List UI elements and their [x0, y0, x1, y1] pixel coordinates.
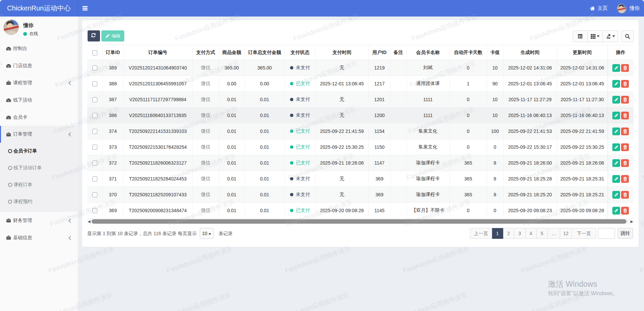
jump-page-input[interactable]: [598, 228, 615, 239]
cell-auto-days: 1: [450, 76, 487, 92]
briefcase-icon: [6, 80, 11, 85]
row-edit-button[interactable]: [612, 207, 620, 215]
column-header-7[interactable]: 用户ID: [368, 45, 390, 60]
cell-pay-status: 已支付: [285, 76, 315, 92]
row-delete-button[interactable]: [621, 175, 629, 183]
row-checkbox[interactable]: [92, 81, 97, 86]
row-delete-button[interactable]: [621, 80, 629, 88]
row-select-cell: [87, 203, 102, 219]
cell-amount: 0.00: [219, 76, 245, 92]
sidebar-subitem-0[interactable]: 会员卡订单: [0, 143, 78, 160]
row-checkbox[interactable]: [92, 192, 97, 197]
column-header-2[interactable]: 支付方式: [192, 45, 219, 60]
column-header-8[interactable]: 备注: [390, 45, 406, 60]
sidebar-item-3[interactable]: 线下活动: [0, 91, 78, 109]
sidebar-item-0[interactable]: 控制台: [0, 40, 78, 57]
horizontal-scrollbar[interactable]: ◀ ▶: [87, 219, 634, 224]
column-header-13[interactable]: 更新时间: [557, 45, 608, 60]
sidebar-item-7[interactable]: 基础信息: [0, 229, 78, 246]
page-button-4[interactable]: 4: [525, 228, 537, 239]
cell-card-value: 8: [487, 187, 503, 203]
row-checkbox[interactable]: [92, 161, 97, 166]
column-header-9[interactable]: 会员卡名称: [406, 45, 450, 60]
sidebar-item-6[interactable]: 财务管理: [0, 212, 78, 229]
cell-order-id: 371: [102, 171, 123, 187]
page-button-3[interactable]: 3: [514, 228, 525, 239]
row-delete-button[interactable]: [621, 143, 629, 151]
sidebar-item-1[interactable]: 门店信息: [0, 57, 78, 74]
cell-update-time: 2025-11-16 06:40:13: [557, 108, 608, 123]
column-header-3[interactable]: 商品金额: [219, 45, 245, 60]
row-edit-button[interactable]: [612, 159, 620, 167]
row-checkbox[interactable]: [92, 113, 97, 118]
page-button-下一页[interactable]: 下一页: [572, 228, 596, 239]
export-button[interactable]: [603, 30, 618, 42]
sidebar-item-2[interactable]: 课程管理: [0, 74, 78, 91]
row-checkbox[interactable]: [92, 176, 97, 181]
refresh-button[interactable]: [88, 30, 100, 41]
page-button-上一页[interactable]: 上一页: [470, 228, 492, 239]
column-header-10[interactable]: 自动开卡天数: [450, 45, 487, 60]
sidebar-item-label: 线下活动: [13, 97, 32, 103]
cell-amount: 0.01: [219, 203, 245, 219]
row-delete-button[interactable]: [621, 207, 629, 215]
row-edit-button[interactable]: [612, 128, 620, 135]
page-button-1[interactable]: 1: [492, 228, 503, 239]
page-button-2[interactable]: 2: [503, 228, 514, 239]
page-button-...[interactable]: ...: [548, 228, 560, 239]
dashboard-icon: [6, 46, 11, 51]
row-edit-button[interactable]: [612, 64, 620, 72]
row-edit-button[interactable]: [612, 80, 620, 88]
cell-order-no: T202509211825284024453: [123, 171, 192, 187]
sidebar-item-5[interactable]: 订单管理: [0, 126, 78, 143]
row-edit-button[interactable]: [612, 96, 620, 104]
select-all-checkbox[interactable]: [92, 50, 97, 55]
row-checkbox[interactable]: [92, 65, 97, 70]
row-edit-button[interactable]: [612, 112, 620, 119]
cell-card-value: 8: [487, 155, 503, 171]
cell-pay-status: 已支付: [285, 123, 315, 139]
row-edit-button[interactable]: [612, 175, 620, 183]
navbar-user-menu[interactable]: 懂你: [617, 4, 640, 13]
sidebar-toggle-icon[interactable]: [83, 6, 88, 10]
row-delete-button[interactable]: [621, 112, 629, 119]
row-delete-button[interactable]: [621, 96, 629, 104]
row-checkbox[interactable]: [92, 97, 97, 102]
columns-button[interactable]: [588, 30, 603, 42]
edit-button[interactable]: 编辑: [101, 30, 124, 41]
sidebar-subitem-1[interactable]: 线下活动订单: [0, 160, 78, 176]
row-delete-button[interactable]: [621, 128, 629, 135]
page-button-12[interactable]: 12: [560, 228, 572, 239]
cell-create-time: 2025-12-02 14:31:06: [503, 60, 557, 76]
page-size-dropdown[interactable]: 10: [200, 228, 214, 239]
column-header-5[interactable]: 支付状态: [285, 45, 315, 60]
row-checkbox[interactable]: [92, 208, 97, 213]
search-panel-button[interactable]: [621, 30, 634, 42]
row-delete-button[interactable]: [621, 64, 629, 72]
column-header-14[interactable]: 操作: [608, 45, 634, 60]
row-checkbox[interactable]: [92, 129, 97, 134]
row-delete-button[interactable]: [621, 159, 629, 167]
circle-o-icon: [8, 149, 12, 153]
sidebar-subitem-3[interactable]: 课程预约: [0, 193, 78, 210]
toggle-view-button[interactable]: [573, 30, 588, 42]
page-button-5[interactable]: 5: [537, 228, 548, 239]
sidebar-item-4[interactable]: 会员卡: [0, 109, 78, 126]
row-edit-button[interactable]: [612, 143, 620, 151]
scroll-right-arrow-icon[interactable]: ▶: [630, 220, 634, 223]
column-header-1[interactable]: 订单编号: [123, 45, 192, 60]
row-checkbox[interactable]: [92, 145, 97, 150]
jump-button[interactable]: 跳转: [618, 228, 633, 239]
pencil-icon: [105, 34, 110, 38]
sidebar-subitem-2[interactable]: 课程订单: [0, 176, 78, 193]
home-link[interactable]: 主页: [590, 5, 608, 11]
column-header-4[interactable]: 订单总支付金额: [245, 45, 285, 60]
row-delete-button[interactable]: [621, 191, 629, 199]
row-edit-button[interactable]: [612, 191, 620, 199]
column-header-0[interactable]: 订单ID: [102, 45, 123, 60]
column-header-12[interactable]: 生成时间: [503, 45, 557, 60]
column-header-11[interactable]: 卡值: [487, 45, 503, 60]
column-header-6[interactable]: 支付时间: [315, 45, 368, 60]
scrollbar-thumb[interactable]: [92, 219, 626, 224]
scroll-left-arrow-icon[interactable]: ◀: [87, 220, 91, 223]
